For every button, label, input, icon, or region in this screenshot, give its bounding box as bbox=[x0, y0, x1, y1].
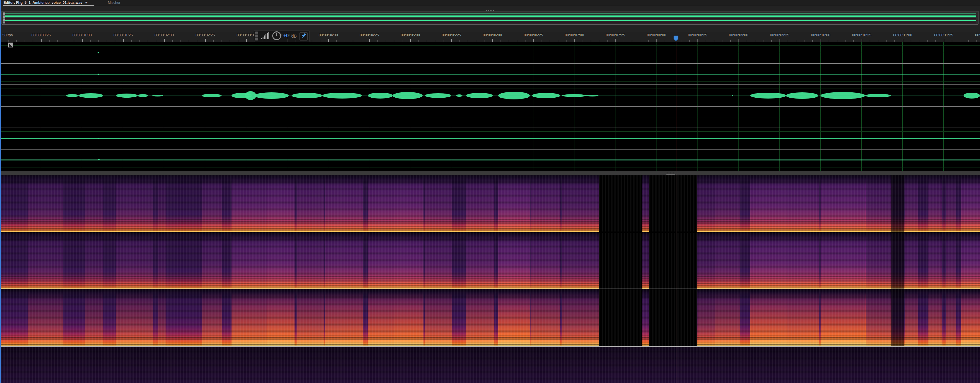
channel-grid-line bbox=[0, 153, 980, 153]
ruler-timecode: 00:00:11:25 bbox=[934, 33, 953, 37]
waveform-blip bbox=[98, 138, 99, 139]
channel-grid-line bbox=[0, 60, 980, 60]
panel-focus-strip bbox=[0, 0, 1, 383]
ruler-timecode: 00:00:06:00 bbox=[483, 33, 502, 37]
channel-grid-line bbox=[0, 81, 980, 81]
pin-icon bbox=[300, 33, 307, 40]
pin-button[interactable] bbox=[299, 32, 308, 40]
ruler-timecode: 00:00:04:00 bbox=[318, 33, 337, 37]
channel-separator bbox=[0, 128, 980, 128]
tab-editor-label: Editor: Fhg_5_1_Ambience_voice_01.ivas.w… bbox=[3, 1, 82, 5]
zoom-navigator[interactable] bbox=[1, 11, 979, 25]
timeline-ruler[interactable]: 50 fps 00:00:00:2500:00:01:0000:00:01:25… bbox=[0, 32, 980, 42]
ruler-timecode: 00:00:09:25 bbox=[770, 33, 789, 37]
playhead-line-spectral bbox=[676, 174, 676, 383]
spectral-band[interactable] bbox=[0, 232, 980, 289]
channel-center-line bbox=[0, 117, 980, 117]
gain-knob-icon[interactable] bbox=[272, 31, 281, 40]
ruler-timecode: 00:00:00:25 bbox=[31, 33, 50, 37]
ruler-timecode: 00:00:10:25 bbox=[852, 33, 871, 37]
gain-value[interactable]: +0 bbox=[283, 33, 289, 38]
ruler-timecode: 00:00:03:00 bbox=[237, 33, 256, 37]
waveform-blip bbox=[98, 52, 99, 53]
waveform-blip bbox=[98, 159, 100, 160]
framerate-label: 50 fps bbox=[2, 33, 13, 37]
spectral-band-separator bbox=[0, 289, 980, 289]
tab-mischer[interactable]: Mischer bbox=[108, 0, 121, 5]
hud-drag-handle-icon[interactable] bbox=[255, 31, 258, 41]
spectral-band-separator bbox=[0, 346, 980, 346]
active-tab-underline bbox=[3, 5, 94, 6]
volume-hud[interactable]: +0 dB bbox=[254, 30, 309, 42]
navigator-grip-dots[interactable] bbox=[486, 10, 494, 11]
gain-unit-label: dB bbox=[291, 34, 297, 38]
ruler-timecode: 00:00:02:00 bbox=[154, 33, 173, 37]
ruler-timecode: 00:00:08:00 bbox=[647, 33, 666, 37]
channel-grid-line bbox=[0, 124, 980, 124]
navigator-waveform-overview bbox=[5, 13, 976, 23]
ruler-timecode: 00:00:07:25 bbox=[606, 33, 625, 37]
channel-center-line bbox=[0, 160, 980, 160]
channel-center-line bbox=[0, 74, 980, 75]
panel-menu-icon[interactable]: ≡ bbox=[85, 0, 88, 5]
ruler-major-ticks bbox=[0, 39, 980, 42]
ruler-timecode: 00:00:11:00 bbox=[893, 33, 912, 37]
spectral-noise-texture bbox=[0, 232, 980, 289]
playhead-line-waveform bbox=[676, 42, 676, 171]
ruler-timecode: 00:00:01:25 bbox=[113, 33, 132, 37]
spectral-noise-texture bbox=[0, 289, 980, 346]
channel-grid-line bbox=[0, 167, 980, 168]
ruler-timecode: 00:00:09:00 bbox=[729, 33, 748, 37]
channel-grid-line bbox=[0, 131, 980, 132]
channel-separator bbox=[0, 85, 980, 85]
tab-mischer-label: Mischer bbox=[108, 1, 121, 5]
waveform-display[interactable] bbox=[0, 42, 980, 171]
spectral-band-separator bbox=[0, 232, 980, 232]
ruler-timecode: 00:00:10:00 bbox=[811, 33, 830, 37]
ruler-timecode: 00:00:07:00 bbox=[565, 33, 584, 37]
channel-separator bbox=[0, 63, 980, 64]
channel-separator bbox=[0, 106, 980, 107]
spectral-band[interactable] bbox=[0, 346, 980, 383]
waveform-blip bbox=[732, 95, 733, 96]
channel-grid-line bbox=[0, 110, 980, 110]
channel-grid-line bbox=[0, 146, 980, 146]
splitter-grip-dots[interactable] bbox=[666, 173, 676, 174]
ruler-timecode: 00:00:02:25 bbox=[196, 33, 215, 37]
playhead-marker[interactable] bbox=[673, 35, 678, 41]
ruler-timecode: 00:00:05:00 bbox=[401, 33, 420, 37]
spectral-noise-texture bbox=[0, 346, 980, 383]
level-bars-icon bbox=[261, 33, 271, 40]
spectral-band[interactable] bbox=[0, 289, 980, 346]
channel-separator bbox=[0, 149, 980, 150]
panel-tab-bar: Editor: Fhg_5_1_Ambience_voice_01.ivas.w… bbox=[0, 0, 980, 6]
panel-splitter[interactable] bbox=[0, 171, 980, 176]
ruler-timecode: 00:00:04:25 bbox=[360, 33, 379, 37]
fade-handle-icon[interactable] bbox=[8, 43, 13, 48]
ruler-timecode: 00:00:08:25 bbox=[688, 33, 707, 37]
spectral-frequency-display[interactable] bbox=[0, 176, 980, 383]
ruler-timecode: 00:00:01:00 bbox=[72, 33, 91, 37]
ruler-timecode: 00:00:05:25 bbox=[442, 33, 461, 37]
channel-grid-line bbox=[0, 45, 980, 46]
ruler-timecode: 00:00:06:25 bbox=[524, 33, 543, 37]
spectral-noise-texture bbox=[0, 176, 980, 232]
tab-editor[interactable]: Editor: Fhg_5_1_Ambience_voice_01.ivas.w… bbox=[3, 0, 88, 5]
channel-center-line bbox=[0, 96, 980, 96]
waveform-blip bbox=[98, 73, 99, 75]
ruler-timecode: 00:00:12:00 bbox=[975, 33, 980, 37]
navigator-left-handle[interactable] bbox=[3, 12, 5, 24]
spectral-band[interactable] bbox=[0, 176, 980, 232]
